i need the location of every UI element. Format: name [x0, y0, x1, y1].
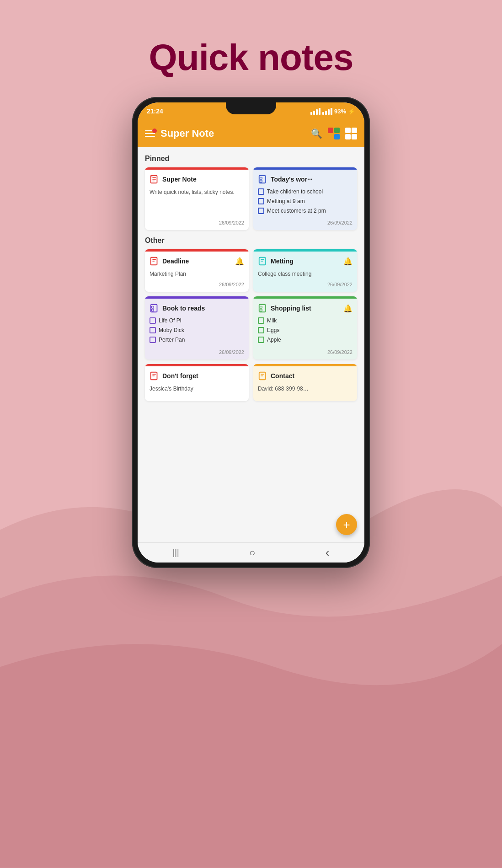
- check-text: Life Of Pi: [159, 317, 181, 325]
- note-text: Jessica's Birthday: [150, 385, 244, 393]
- note-card-metting[interactable]: Metting 🔔 College class meeting 26/09/20…: [253, 249, 357, 292]
- view-toggle-icon[interactable]: [345, 128, 357, 139]
- note-type-icon: [150, 256, 160, 266]
- note-title: Book to reads: [162, 305, 244, 312]
- check-text: Meet customers at 2 pm: [267, 207, 326, 215]
- pinned-notes-grid: Super Note Write quick note, lists, stic…: [145, 167, 357, 230]
- battery-icon: ⚡: [348, 108, 355, 115]
- phone-mockup: 21:24 93% ⚡: [132, 97, 370, 568]
- search-icon[interactable]: 🔍: [311, 128, 322, 139]
- phone-notch: [226, 102, 276, 114]
- svg-rect-1: [150, 175, 153, 177]
- check-item: Take children to school: [258, 188, 352, 196]
- other-notes-grid: Deadline 🔔 Marketing Plan 26/09/2022: [145, 249, 357, 401]
- svg-rect-12: [260, 309, 262, 311]
- notification-dot: [152, 129, 157, 133]
- checklist-type-icon: [150, 303, 160, 313]
- svg-rect-11: [260, 306, 262, 309]
- note-text: Marketing Plan: [150, 270, 244, 278]
- checkbox[interactable]: [150, 337, 156, 343]
- note-text: College class meeting: [258, 270, 352, 278]
- alarm-icon: 🔔: [235, 257, 244, 266]
- fab-button[interactable]: +: [336, 514, 357, 535]
- check-item: Eggs: [258, 327, 352, 334]
- note-text: Write quick note, lists, sticky notes.: [150, 188, 244, 216]
- page-title: Quick notes: [149, 37, 353, 79]
- note-title: Super Note: [162, 176, 244, 183]
- app-content[interactable]: Pinned Super Note Write quick note, list…: [138, 147, 364, 542]
- note-card-book-to-reads[interactable]: Book to reads Life Of Pi Moby Dick: [145, 296, 249, 359]
- check-item: Milk: [258, 317, 352, 325]
- app-header: Super Note 🔍: [138, 120, 364, 147]
- note-card-deadline[interactable]: Deadline 🔔 Marketing Plan 26/09/2022: [145, 249, 249, 292]
- bottom-nav: ||| ○ ‹: [138, 542, 364, 563]
- checklist-type-icon: [258, 174, 268, 184]
- check-item: Life Of Pi: [150, 317, 244, 325]
- note-title: Shopping list: [271, 305, 341, 312]
- check-text: Eggs: [267, 327, 279, 334]
- note-card-todays-work[interactable]: Today's wor··· Take children to school M…: [253, 167, 357, 230]
- checklist-type-icon: [258, 303, 268, 313]
- app-title: Super Note: [160, 128, 305, 139]
- note-title: Don't forget: [162, 372, 244, 380]
- note-date: 26/09/2022: [150, 349, 244, 355]
- check-item: Meet customers at 2 pm: [258, 207, 352, 215]
- nav-recents-button[interactable]: |||: [173, 548, 179, 557]
- section-pinned-label: Pinned: [145, 155, 357, 163]
- svg-rect-3: [260, 177, 262, 179]
- signal-icon: [310, 108, 320, 115]
- svg-rect-4: [260, 180, 262, 182]
- note-type-icon: [258, 256, 268, 266]
- menu-line-3: [145, 136, 155, 137]
- check-item: Apple: [258, 336, 352, 344]
- note-date: 26/09/2022: [258, 282, 352, 287]
- check-item: Perter Pan: [150, 336, 244, 344]
- note-type-icon: [258, 371, 268, 381]
- signal-icon-2: [322, 108, 332, 115]
- note-card-super-note[interactable]: Super Note Write quick note, lists, stic…: [145, 167, 249, 230]
- svg-rect-8: [152, 306, 154, 309]
- note-type-icon: [150, 371, 160, 381]
- check-text: Milk: [267, 317, 277, 325]
- note-title: Deadline: [162, 257, 232, 265]
- svg-rect-9: [152, 309, 154, 311]
- status-right: 93% ⚡: [310, 108, 355, 115]
- checkbox[interactable]: [258, 327, 264, 333]
- alarm-icon: 🔔: [343, 304, 352, 313]
- check-text: Take children to school: [267, 188, 323, 196]
- note-type-icon: [150, 174, 160, 184]
- note-date: 26/09/2022: [150, 282, 244, 287]
- menu-line-2: [145, 133, 155, 134]
- check-item: Metting at 9 am: [258, 198, 352, 205]
- section-other-label: Other: [145, 236, 357, 245]
- check-text: Metting at 9 am: [267, 198, 305, 205]
- note-card-dont-forget[interactable]: Don't forget Jessica's Birthday: [145, 364, 249, 401]
- alarm-icon: 🔔: [343, 257, 352, 266]
- checkbox[interactable]: [258, 337, 264, 343]
- nav-back-button[interactable]: ‹: [326, 546, 330, 560]
- note-date: 26/09/2022: [258, 220, 352, 225]
- note-date: 26/09/2022: [150, 220, 244, 225]
- checkbox[interactable]: [258, 188, 264, 195]
- note-date: 26/09/2022: [258, 349, 352, 355]
- note-card-contact[interactable]: Contact David: 688-399-98…: [253, 364, 357, 401]
- note-title: Metting: [271, 257, 341, 265]
- checkbox[interactable]: [258, 208, 264, 214]
- nav-home-button[interactable]: ○: [249, 547, 255, 559]
- note-card-shopping-list[interactable]: Shopping list 🔔 Milk Eggs: [253, 296, 357, 359]
- status-time: 21:24: [147, 107, 163, 115]
- color-grid-icon[interactable]: [328, 128, 340, 139]
- note-text: David: 688-399-98…: [258, 385, 352, 393]
- menu-button[interactable]: [145, 130, 155, 137]
- checkbox[interactable]: [150, 317, 156, 324]
- checkbox[interactable]: [258, 198, 264, 204]
- check-text: Moby Dick: [159, 327, 184, 334]
- checkbox[interactable]: [258, 317, 264, 324]
- battery-percent: 93%: [334, 108, 346, 115]
- check-text: Apple: [267, 336, 281, 344]
- checkbox[interactable]: [150, 327, 156, 333]
- check-item: Moby Dick: [150, 327, 244, 334]
- check-text: Perter Pan: [159, 336, 185, 344]
- note-title: Today's wor···: [271, 176, 352, 183]
- note-title: Contact: [271, 372, 352, 380]
